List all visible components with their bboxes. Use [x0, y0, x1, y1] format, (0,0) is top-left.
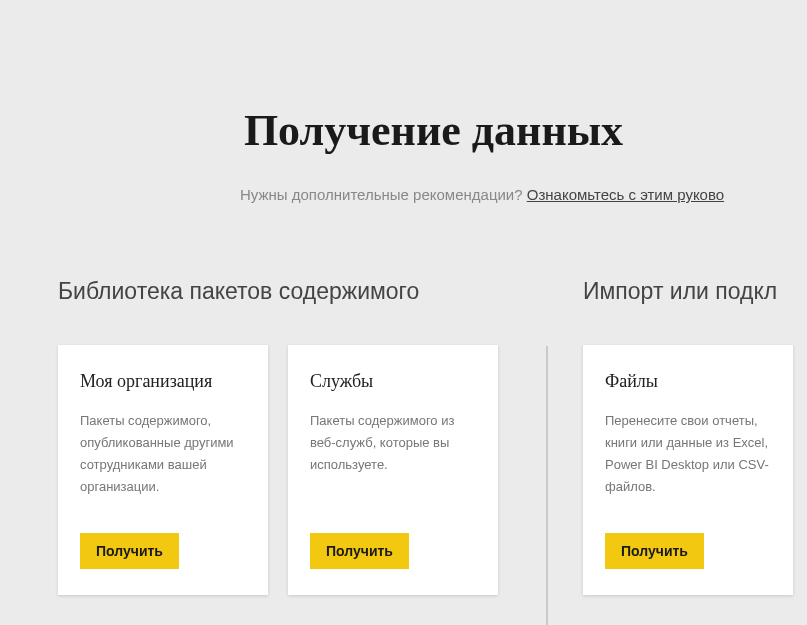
card-description: Пакеты содержимого, опубликованные други…	[80, 410, 246, 513]
content-pack-library-section: Библиотека пакетов содержимого Моя орган…	[58, 278, 538, 595]
card-my-organization: Моя организация Пакеты содержимого, опуб…	[58, 345, 268, 595]
section-heading-import: Импорт или подкл	[583, 278, 793, 305]
subtitle-text: Нужны дополнительные рекомендации?	[240, 186, 527, 203]
get-button-services[interactable]: Получить	[310, 533, 409, 569]
card-title: Службы	[310, 371, 476, 392]
section-divider	[546, 346, 548, 625]
tutorial-link[interactable]: Ознакомьтесь с этим руково	[527, 186, 724, 203]
get-button-files[interactable]: Получить	[605, 533, 704, 569]
import-connect-section: Импорт или подкл Файлы Перенесите свои о…	[538, 278, 793, 595]
card-files: Файлы Перенесите свои отчеты, книги или …	[583, 345, 793, 595]
card-title: Моя организация	[80, 371, 246, 392]
card-services: Службы Пакеты содержимого из веб-служб, …	[288, 345, 498, 595]
section-heading-library: Библиотека пакетов содержимого	[58, 278, 538, 305]
subtitle-row: Нужны дополнительные рекомендации? Ознак…	[60, 186, 807, 203]
page-title: Получение данных	[60, 105, 807, 156]
card-title: Файлы	[605, 371, 771, 392]
get-button-my-organization[interactable]: Получить	[80, 533, 179, 569]
card-description: Пакеты содержимого из веб-служб, которые…	[310, 410, 476, 513]
card-description: Перенесите свои отчеты, книги или данные…	[605, 410, 771, 513]
